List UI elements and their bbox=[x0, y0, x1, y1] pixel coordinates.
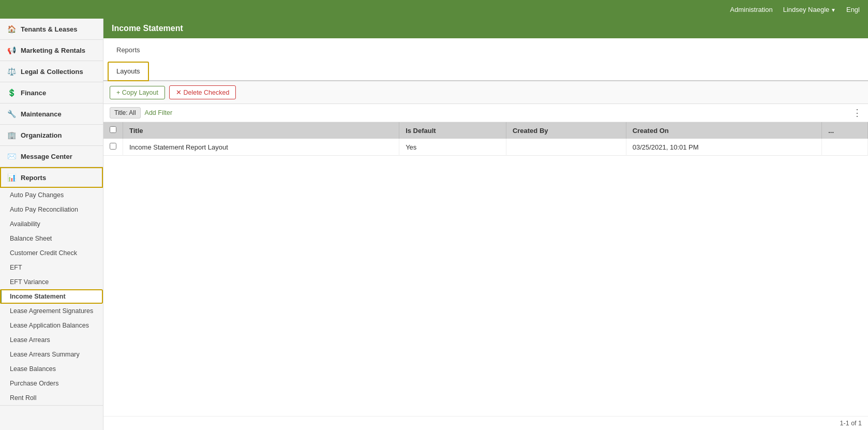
sidebar-item-lease-arrears-summary[interactable]: Lease Arrears Summary bbox=[0, 347, 103, 362]
sidebar-section-header-message-center[interactable]: ✉️ Message Center bbox=[0, 146, 103, 167]
organization-icon: 🏢 bbox=[6, 130, 17, 140]
sidebar-section-header-organization[interactable]: 🏢 Organization bbox=[0, 125, 103, 145]
sidebar-item-lease-balances[interactable]: Lease Balances bbox=[0, 362, 103, 376]
filter-options-icon[interactable]: ⋮ bbox=[852, 107, 862, 118]
maintenance-icon: 🔧 bbox=[6, 109, 17, 119]
sidebar-item-rent-roll[interactable]: Rent Roll bbox=[0, 391, 103, 405]
sidebar-item-lease-arrears[interactable]: Lease Arrears bbox=[0, 333, 103, 347]
user-menu[interactable]: Lindsey Naegle bbox=[783, 6, 836, 13]
layouts-table: Title Is Default Created By Created On .… bbox=[103, 122, 868, 156]
table-header-row: Title Is Default Created By Created On .… bbox=[103, 122, 868, 139]
sidebar-item-eft[interactable]: EFT bbox=[0, 260, 103, 275]
row-checkbox-cell bbox=[103, 139, 123, 156]
sidebar-section-label-legal-collections: Legal & Collections bbox=[21, 68, 83, 76]
sidebar-section-label-organization: Organization bbox=[21, 131, 62, 139]
tenants-leases-icon: 🏠 bbox=[6, 24, 17, 34]
sidebar-section-header-legal-collections[interactable]: ⚖️ Legal & Collections bbox=[0, 61, 103, 82]
row-is-default: Yes bbox=[399, 139, 506, 156]
page-header: Income Statement bbox=[103, 19, 868, 38]
row-actions-cell bbox=[822, 139, 868, 156]
row-created-on: 03/25/2021, 10:01 PM bbox=[626, 139, 822, 156]
table-row: Income Statement Report Layout Yes 03/25… bbox=[103, 139, 868, 156]
column-created-on: Created On bbox=[626, 122, 822, 139]
sidebar-section-header-finance[interactable]: 💲 Finance bbox=[0, 82, 103, 103]
sidebar-section-label-tenants-leases: Tenants & Leases bbox=[21, 25, 78, 33]
finance-icon: 💲 bbox=[6, 87, 17, 98]
sidebar-section-label-message-center: Message Center bbox=[21, 153, 72, 160]
add-filter-link[interactable]: Add Filter bbox=[145, 109, 173, 116]
row-title: Income Statement Report Layout bbox=[123, 139, 399, 156]
sidebar-item-income-statement[interactable]: Income Statement bbox=[0, 289, 103, 304]
table-wrapper: Title Is Default Created By Created On .… bbox=[103, 122, 868, 416]
select-all-checkbox[interactable] bbox=[110, 126, 116, 133]
sidebar-section-label-finance: Finance bbox=[21, 89, 46, 97]
toolbar: + Copy Layout ✕ Delete Checked bbox=[103, 81, 868, 104]
tab-layouts[interactable]: Layouts bbox=[108, 62, 149, 81]
sidebar-section-tenants-leases: 🏠 Tenants & Leases bbox=[0, 19, 103, 40]
sidebar-item-auto-pay-reconciliation[interactable]: Auto Pay Reconciliation bbox=[0, 202, 103, 217]
tab-reports[interactable]: Reports bbox=[108, 40, 149, 60]
sidebar-section-organization: 🏢 Organization bbox=[0, 125, 103, 146]
sidebar-section-marketing-rentals: 📢 Marketing & Rentals bbox=[0, 40, 103, 61]
sidebar-section-label-maintenance: Maintenance bbox=[21, 110, 62, 118]
sidebar-section-message-center: ✉️ Message Center bbox=[0, 146, 103, 167]
tabs-bar: ReportsLayouts bbox=[103, 38, 868, 81]
message-center-icon: ✉️ bbox=[6, 151, 17, 161]
sidebar-section-finance: 💲 Finance bbox=[0, 82, 103, 103]
sidebar-section-reports: 📊 Reports Auto Pay ChangesAuto Pay Recon… bbox=[0, 167, 103, 406]
sidebar-item-customer-credit-check[interactable]: Customer Credit Check bbox=[0, 246, 103, 260]
sidebar-section-legal-collections: ⚖️ Legal & Collections bbox=[0, 61, 103, 82]
language-selector[interactable]: Engl bbox=[846, 6, 860, 13]
sidebar-item-balance-sheet[interactable]: Balance Sheet bbox=[0, 231, 103, 246]
topbar: Administration Lindsey Naegle Engl bbox=[0, 0, 868, 19]
sidebar-section-header-marketing-rentals[interactable]: 📢 Marketing & Rentals bbox=[0, 40, 103, 61]
sidebar-item-auto-pay-changes[interactable]: Auto Pay Changes bbox=[0, 188, 103, 202]
pagination-label: 1-1 of 1 bbox=[840, 420, 862, 427]
sidebar-section-header-tenants-leases[interactable]: 🏠 Tenants & Leases bbox=[0, 19, 103, 39]
column-title: Title bbox=[123, 122, 399, 139]
sidebar-reports-header[interactable]: 📊 Reports bbox=[0, 167, 103, 188]
column-actions: ... bbox=[822, 122, 868, 139]
marketing-rentals-icon: 📢 bbox=[6, 45, 17, 55]
sidebar-section-label-marketing-rentals: Marketing & Rentals bbox=[21, 47, 85, 54]
delete-checked-button[interactable]: ✕ Delete Checked bbox=[169, 85, 236, 99]
sidebar-item-lease-application-balances[interactable]: Lease Application Balances bbox=[0, 318, 103, 333]
row-checkbox[interactable] bbox=[110, 143, 116, 150]
sidebar-item-eft-variance[interactable]: EFT Variance bbox=[0, 275, 103, 289]
main-content: Income Statement ReportsLayouts + Copy L… bbox=[103, 19, 868, 430]
administration-link[interactable]: Administration bbox=[730, 6, 772, 13]
column-checkbox bbox=[103, 122, 123, 139]
page-title: Income Statement bbox=[112, 24, 183, 33]
sidebar-item-availability[interactable]: Availability bbox=[0, 217, 103, 231]
row-created-by bbox=[506, 139, 626, 156]
pagination-bar: 1-1 of 1 bbox=[103, 416, 868, 430]
sidebar-item-lease-agreement-signatures[interactable]: Lease Agreement Signatures bbox=[0, 304, 103, 318]
filter-bar: Title: All Add Filter ⋮ bbox=[103, 104, 868, 122]
sidebar: 🏠 Tenants & Leases 📢 Marketing & Rentals… bbox=[0, 19, 103, 430]
copy-layout-button[interactable]: + Copy Layout bbox=[110, 86, 165, 99]
sidebar-reports-label: Reports bbox=[21, 174, 46, 182]
reports-icon: 📊 bbox=[6, 172, 17, 183]
sidebar-item-purchase-orders[interactable]: Purchase Orders bbox=[0, 376, 103, 391]
sidebar-section-maintenance: 🔧 Maintenance bbox=[0, 103, 103, 125]
filter-tag-title[interactable]: Title: All bbox=[110, 107, 141, 118]
sidebar-section-header-maintenance[interactable]: 🔧 Maintenance bbox=[0, 103, 103, 124]
column-is-default: Is Default bbox=[399, 122, 506, 139]
column-created-by: Created By bbox=[506, 122, 626, 139]
legal-collections-icon: ⚖️ bbox=[6, 66, 17, 77]
